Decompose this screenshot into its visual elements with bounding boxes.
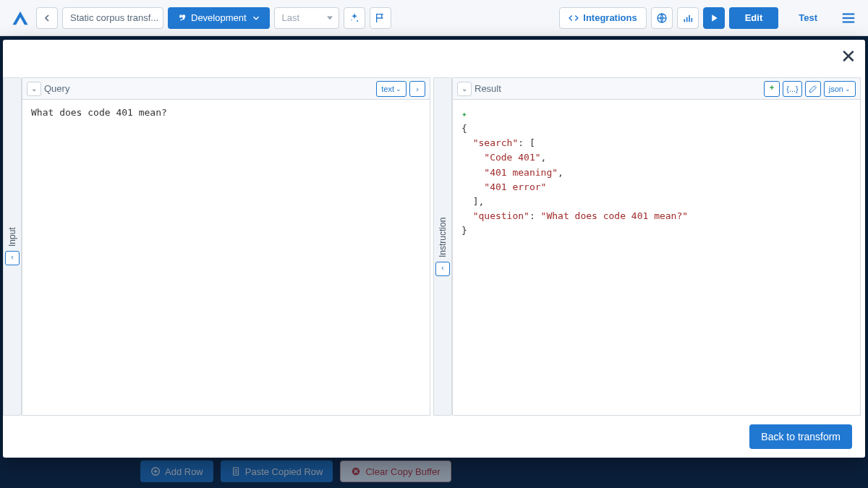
svg-marker-7	[712, 14, 717, 21]
instruction-tab[interactable]: › Instruction	[433, 77, 452, 416]
query-expand-button[interactable]: ›	[409, 81, 425, 97]
result-type-select[interactable]: json ⌄	[824, 81, 856, 97]
result-panel: ⌄ Result {...} json ⌄ ✦ { "search": [ "C…	[452, 77, 861, 416]
result-wand-button[interactable]	[805, 81, 821, 97]
close-button[interactable]: ✕	[841, 47, 856, 66]
result-braces-button[interactable]: {...}	[783, 81, 802, 97]
back-button[interactable]	[36, 7, 58, 29]
result-collapse-icon[interactable]: ⌄	[457, 82, 472, 96]
hamburger-menu[interactable]	[838, 7, 859, 29]
last-select[interactable]: Last	[274, 7, 339, 29]
input-tab-label: Input	[7, 228, 17, 247]
query-body[interactable]: What does code 401 mean?	[22, 100, 430, 415]
query-panel-header: ⌄ Query text ⌄ ›	[22, 78, 430, 100]
chart-button[interactable]	[677, 7, 699, 29]
edit-button[interactable]: Edit	[729, 7, 779, 29]
development-label: Development	[191, 12, 247, 23]
query-panel: ⌄ Query text ⌄ › What does code 401 mean…	[22, 77, 430, 416]
query-collapse-icon[interactable]: ⌄	[27, 82, 41, 96]
query-type-label: text	[381, 85, 394, 93]
modal-footer: Back to transform	[3, 416, 865, 458]
instruction-tab-label: Instruction	[438, 217, 448, 257]
result-type-label: json	[829, 85, 843, 93]
query-type-select[interactable]: text ⌄	[376, 81, 407, 97]
query-title: Query	[44, 83, 69, 94]
svg-point-0	[357, 20, 358, 22]
play-button[interactable]	[703, 7, 725, 29]
panels-row: › Input ⌄ Query text ⌄ › What does code …	[3, 77, 865, 416]
transform-modal: ✕ › Input ⌄ Query text ⌄ › What does cod…	[3, 40, 865, 458]
result-body[interactable]: ✦ { "search": [ "Code 401", "401 meaning…	[453, 100, 860, 415]
globe-button[interactable]	[651, 7, 673, 29]
flag-button[interactable]	[370, 7, 391, 29]
back-to-transform-button[interactable]: Back to transform	[749, 424, 852, 449]
development-dropdown[interactable]: Development	[168, 7, 270, 29]
sparkle-button[interactable]	[344, 7, 365, 29]
input-expand-icon[interactable]: ›	[5, 251, 20, 265]
input-tab[interactable]: › Input	[3, 77, 22, 416]
topbar: Static corpus transf... Development Last…	[0, 0, 868, 36]
integrations-button[interactable]: Integrations	[559, 7, 646, 29]
breadcrumb[interactable]: Static corpus transf...	[62, 7, 163, 29]
svg-point-1	[351, 20, 352, 20]
integrations-label: Integrations	[583, 12, 637, 23]
test-button[interactable]: Test	[783, 7, 833, 29]
result-sparkle-button[interactable]	[764, 81, 780, 97]
result-title: Result	[475, 83, 501, 94]
last-label: Last	[282, 12, 300, 23]
instruction-expand-icon[interactable]: ›	[435, 262, 450, 276]
result-panel-header: ⌄ Result {...} json ⌄	[453, 78, 860, 100]
app-logo	[9, 7, 32, 30]
